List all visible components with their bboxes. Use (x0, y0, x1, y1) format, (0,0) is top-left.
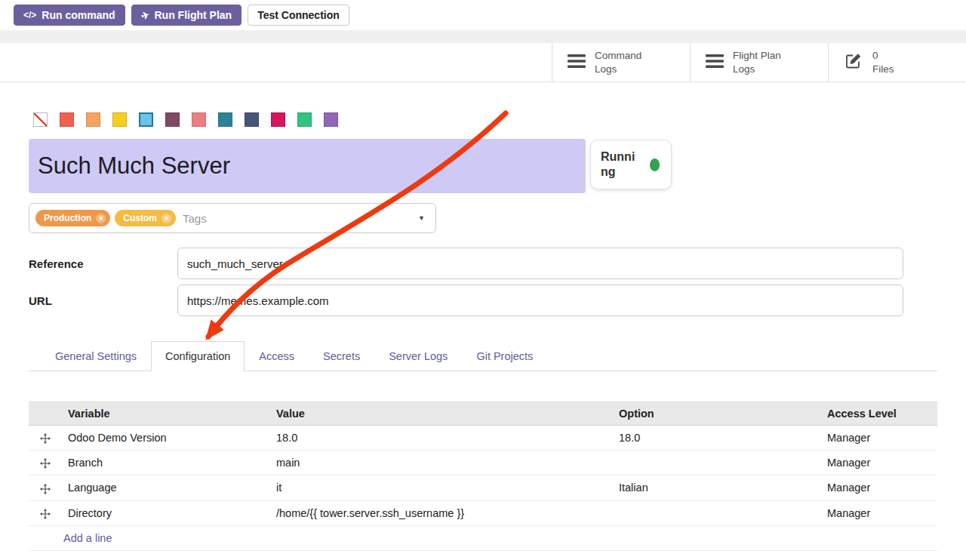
color-swatch[interactable] (165, 112, 180, 127)
reference-label: Reference (29, 257, 177, 270)
table-row: Directory/home/{{ tower.server.ssh_usern… (29, 500, 937, 525)
tab-secrets[interactable]: Secrets (309, 341, 374, 371)
reference-input[interactable] (177, 248, 903, 279)
tab-git-projects[interactable]: Git Projects (462, 341, 547, 371)
header-stat-row: CommandLogs Flight PlanLogs 0Files (0, 43, 966, 82)
test-connection-label: Test Connection (257, 9, 340, 21)
color-palette (33, 112, 937, 127)
color-swatch[interactable] (139, 112, 153, 127)
option-cell[interactable]: 18.0 (613, 426, 821, 451)
color-swatch[interactable] (192, 112, 206, 127)
column-header-option[interactable]: Option (613, 402, 821, 426)
run-command-label: Run command (42, 9, 115, 21)
tags-list: Production✕Custom✕ (35, 210, 176, 226)
run-flight-plan-button[interactable]: ✈ Run Flight Plan (131, 5, 242, 26)
drag-handle-icon[interactable] (29, 426, 62, 451)
tab-configuration[interactable]: Configuration (151, 341, 245, 371)
table-row: BranchmainManager (29, 451, 937, 475)
variable-cell[interactable]: Language (62, 475, 270, 500)
tag-label: Production (44, 213, 91, 223)
variable-cell[interactable]: Odoo Demo Version (62, 426, 270, 451)
variable-cell[interactable]: Branch (62, 451, 270, 475)
config-table-body: Odoo Demo Version18.018.0ManagerBranchma… (29, 426, 937, 526)
config-table: Variable Value Option Access Level Odoo … (29, 402, 937, 551)
status-button[interactable]: Running (590, 140, 672, 189)
color-swatch[interactable] (86, 112, 100, 127)
option-cell[interactable]: Italian (613, 475, 821, 500)
table-row: LanguageitItalianManager (29, 475, 937, 500)
divider-strip (0, 30, 966, 43)
url-label: URL (29, 294, 177, 307)
access-level-cell[interactable]: Manager (821, 451, 937, 475)
table-row: Odoo Demo Version18.018.0Manager (29, 426, 937, 451)
option-cell[interactable] (613, 451, 821, 475)
drag-handle-icon[interactable] (29, 451, 62, 475)
command-logs-button[interactable]: CommandLogs (552, 43, 690, 82)
reference-field-row: Reference (29, 248, 903, 279)
chevron-down-icon[interactable]: ▼ (418, 214, 425, 222)
files-label: 0Files (872, 49, 894, 75)
color-swatch[interactable] (60, 112, 74, 127)
run-flight-plan-label: Run Flight Plan (155, 9, 232, 21)
server-name-input[interactable]: Such Much Server (29, 139, 586, 193)
column-header-value[interactable]: Value (270, 402, 613, 426)
tabs-bar: General SettingsConfigurationAccessSecre… (29, 341, 937, 371)
server-name: Such Much Server (38, 152, 230, 180)
value-cell[interactable]: main (270, 451, 613, 475)
drag-handle-icon[interactable] (29, 475, 62, 500)
title-row: Such Much Server Running (29, 139, 937, 193)
column-header-access-level[interactable]: Access Level (821, 402, 937, 426)
command-logs-label: CommandLogs (595, 49, 641, 75)
test-connection-button[interactable]: Test Connection (248, 5, 349, 26)
color-swatch[interactable] (324, 112, 338, 127)
tag-remove-icon[interactable]: ✕ (162, 214, 171, 223)
drag-handle-icon[interactable] (29, 500, 62, 525)
tag-pill: Production✕ (35, 210, 110, 226)
variable-cell[interactable]: Directory (62, 500, 270, 525)
column-header-variable[interactable]: Variable (62, 402, 270, 426)
value-cell[interactable]: 18.0 (270, 426, 613, 451)
top-toolbar: </> Run command ✈ Run Flight Plan Test C… (0, 0, 966, 30)
access-level-cell[interactable]: Manager (821, 500, 937, 525)
status-label: Running (601, 149, 640, 180)
tag-remove-icon[interactable]: ✕ (96, 214, 106, 223)
paper-plane-icon: ✈ (140, 8, 151, 22)
color-swatch[interactable] (271, 112, 285, 127)
files-button[interactable]: 0Files (828, 43, 966, 82)
tag-pill: Custom✕ (115, 210, 176, 226)
flight-plan-logs-button[interactable]: Flight PlanLogs (690, 43, 828, 82)
table-header-row: Variable Value Option Access Level (29, 402, 937, 426)
tag-label: Custom (123, 213, 157, 223)
add-line-row: Add a line (29, 525, 937, 550)
url-input[interactable] (177, 285, 903, 316)
edit-icon (844, 52, 863, 73)
menu-icon (568, 54, 586, 72)
code-icon: </> (23, 10, 36, 20)
color-swatch[interactable] (297, 112, 312, 127)
color-swatch[interactable] (245, 112, 259, 127)
access-level-cell[interactable]: Manager (821, 426, 937, 451)
tab-general-settings[interactable]: General Settings (41, 341, 151, 371)
flight-plan-logs-label: Flight PlanLogs (733, 49, 781, 75)
color-swatch-none[interactable] (33, 112, 48, 127)
handle-column-header (29, 402, 62, 426)
add-a-line-link[interactable]: Add a line (35, 532, 112, 544)
value-cell[interactable]: it (270, 475, 613, 500)
page: </> Run command ✈ Run Flight Plan Test C… (0, 0, 966, 551)
tab-server-logs[interactable]: Server Logs (374, 341, 462, 371)
access-level-cell[interactable]: Manager (821, 475, 937, 500)
url-field-row: URL (29, 285, 903, 316)
tab-access[interactable]: Access (245, 341, 309, 371)
color-swatch[interactable] (218, 112, 232, 127)
color-swatch[interactable] (112, 112, 127, 127)
option-cell[interactable] (613, 500, 821, 525)
main-content: Such Much Server Running Production✕Cust… (0, 112, 966, 551)
tags-field[interactable]: Production✕Custom✕ Tags ▼ (29, 203, 436, 233)
menu-icon (706, 54, 724, 72)
tags-placeholder: Tags (183, 212, 207, 225)
status-dot (650, 158, 660, 171)
value-cell[interactable]: /home/{{ tower.server.ssh_username }} (270, 500, 613, 525)
run-command-button[interactable]: </> Run command (14, 5, 125, 26)
